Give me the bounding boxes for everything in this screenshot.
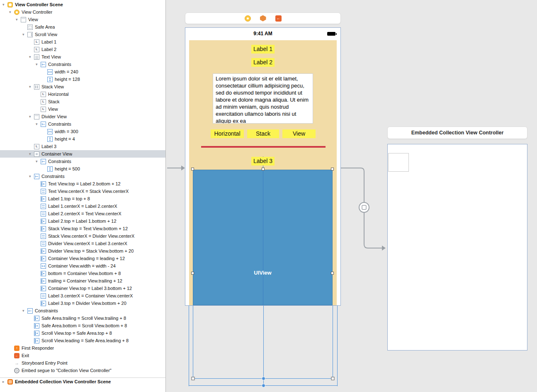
divider-view[interactable] (201, 146, 326, 148)
outline-row[interactable]: trailing = Container View.trailing + 12 (0, 277, 165, 285)
resize-handle[interactable] (262, 168, 265, 170)
outline-row[interactable]: ▾Container View (0, 150, 165, 158)
outline-row[interactable]: width = 300 (0, 128, 165, 135)
disclosure-triangle[interactable]: ▾ (36, 158, 41, 165)
text-view[interactable]: Lorem ipsum dolor sit er elit lamet, con… (213, 73, 313, 124)
resize-handle[interactable] (331, 272, 334, 275)
outline-row[interactable]: ▾Constraints (0, 173, 165, 180)
outline-row[interactable]: Exit (0, 352, 165, 359)
outline-row[interactable]: ▾Text View (0, 53, 165, 61)
outline-row-label: Stack View.top = Text View.bottom + 12 (48, 226, 128, 231)
disclosure-triangle[interactable]: ▾ (9, 8, 14, 16)
disclosure-triangle[interactable]: ▾ (16, 16, 21, 23)
outline-row[interactable]: Container View.top = Label 3.bottom + 12 (0, 285, 165, 292)
resize-handle[interactable] (191, 272, 194, 275)
outline-row[interactable]: Label 3 (0, 143, 165, 150)
outline-row[interactable]: First Responder (0, 344, 165, 352)
outline-row[interactable]: ▸Embedded Collection View Controller Sce… (0, 377, 165, 385)
outline-row[interactable]: Stack View.centerX = Divider View.center… (0, 232, 165, 240)
outline-row[interactable]: Container View.width = width - 24 (0, 262, 165, 270)
disclosure-triangle[interactable]: ▾ (29, 113, 34, 120)
disclosure-triangle[interactable]: ▾ (22, 307, 27, 314)
outline-row-label: Text View (41, 54, 61, 59)
scroll-view-content[interactable]: Label 1 Label 2 Lorem ipsum dolor sit er… (189, 40, 337, 305)
disclosure-triangle[interactable]: ▾ (29, 53, 34, 61)
disclosure-triangle[interactable]: ▾ (2, 1, 7, 8)
first-responder-icon[interactable] (260, 15, 266, 22)
outline-row[interactable]: Safe Area (0, 23, 165, 31)
resize-handle[interactable] (331, 168, 334, 170)
outline-row[interactable]: bottom = Container View.bottom + 8 (0, 270, 165, 277)
disclosure-triangle[interactable]: ▾ (29, 150, 34, 158)
outline-row[interactable]: height = 500 (0, 165, 165, 173)
outline-row[interactable]: Safe Area.bottom = Scroll View.bottom + … (0, 322, 165, 329)
outline-row[interactable]: Label 2 (0, 46, 165, 53)
align-icon (41, 241, 46, 246)
constraints-icon (41, 122, 46, 127)
outline-row[interactable]: Label 3.centerX = Container View.centerX (0, 292, 165, 299)
outline-row[interactable]: ▾Stack View (0, 83, 165, 90)
disclosure-triangle[interactable]: ▾ (36, 61, 41, 68)
disclosure-triangle[interactable]: ▾ (29, 83, 34, 90)
outline-row[interactable]: Text View.centerX = Stack View.centerX (0, 187, 165, 195)
outline-row[interactable]: ▾Divider View (0, 113, 165, 120)
disclosure-triangle[interactable]: ▾ (29, 173, 34, 180)
label-2[interactable]: Label 2 (251, 58, 275, 67)
stack-label-horizontal[interactable]: Horizontal (211, 129, 244, 138)
outline-row[interactable]: ▾View Controller (0, 8, 165, 16)
outline-row[interactable]: Scroll View.leading = Safe Area.leading … (0, 337, 165, 344)
outline-row[interactable]: Scroll View.top = Safe Area.top + 8 (0, 329, 165, 337)
resize-handle[interactable] (331, 377, 334, 380)
outline-row[interactable]: height = 128 (0, 75, 165, 83)
outline-row-label: Constraints (35, 308, 58, 313)
view-controller-icon[interactable] (245, 15, 251, 22)
outline-row[interactable]: Label 1 (0, 38, 165, 46)
label-3[interactable]: Label 3 (251, 157, 275, 166)
exit-icon[interactable] (275, 15, 282, 22)
stack-label-view[interactable]: View (282, 129, 316, 138)
outline-row[interactable]: ▾View Controller Scene (0, 1, 165, 8)
outline-row[interactable]: Label 2.centerX = Text View.centerX (0, 210, 165, 217)
outline-row[interactable]: Divider View.top = Stack View.bottom + 2… (0, 247, 165, 255)
outline-row[interactable]: Label 1.top = top + 8 (0, 195, 165, 202)
outline-row[interactable]: ▾Constraints (0, 158, 165, 165)
outline-row[interactable]: Text View.top = Label 2.bottom + 12 (0, 180, 165, 187)
embedded-vc-title-bar[interactable]: Embedded Collection View Controller (387, 127, 527, 139)
constraint-anchor[interactable] (262, 377, 265, 380)
label-icon (34, 47, 39, 52)
outline-row-label: Scroll View (35, 32, 57, 37)
stack-label-stack[interactable]: Stack (247, 129, 279, 138)
embed-segue-badge[interactable] (359, 202, 369, 212)
embed-segue-line[interactable] (341, 168, 382, 248)
embedded-collection-view-canvas[interactable] (387, 144, 527, 351)
outline-row[interactable]: Label 2.top = Label 1.bottom + 12 (0, 217, 165, 225)
label-1[interactable]: Label 1 (251, 45, 275, 54)
outline-row[interactable]: Divider View.centerX = Label 3.centerX (0, 240, 165, 247)
outline-row[interactable]: Storyboard Entry Point (0, 359, 165, 367)
view-controller-canvas[interactable]: 9:41 AM Label 1 Label 2 Lorem ipsum dolo… (185, 27, 341, 306)
outline-row[interactable]: Embed segue to "Collection View Controll… (0, 367, 165, 374)
outline-row[interactable]: height = 4 (0, 135, 165, 143)
outline-row[interactable]: Label 1.centerX = Label 2.centerX (0, 202, 165, 210)
outline-row[interactable]: Horizontal (0, 90, 165, 98)
outline-row[interactable]: ▾Constraints (0, 61, 165, 68)
container-icon (34, 151, 39, 157)
disclosure-triangle[interactable]: ▸ (2, 378, 7, 385)
resize-handle[interactable] (191, 168, 194, 170)
outline-row[interactable]: ▾View (0, 16, 165, 23)
outline-row[interactable]: ▾Constraints (0, 120, 165, 128)
resize-handle[interactable] (192, 377, 194, 380)
outline-row[interactable]: View (0, 105, 165, 113)
disclosure-triangle[interactable]: ▾ (22, 31, 27, 38)
outline-row[interactable]: width = 240 (0, 68, 165, 75)
outline-row[interactable]: Safe Area.trailing = Scroll View.trailin… (0, 314, 165, 322)
disclosure-triangle[interactable]: ▾ (36, 120, 41, 128)
outline-row[interactable]: Stack (0, 98, 165, 105)
outline-row[interactable]: Stack View.top = Text View.bottom + 12 (0, 225, 165, 232)
outline-row[interactable]: Label 3.top = Divider View.bottom + 20 (0, 299, 165, 307)
outline-row[interactable]: ▾Constraints (0, 307, 165, 314)
outline-row[interactable]: Container View.leading = leading + 12 (0, 255, 165, 262)
outline-row[interactable]: ▾Scroll View (0, 31, 165, 38)
collection-view-cell[interactable] (388, 153, 409, 172)
constraint-anchor[interactable] (262, 384, 265, 387)
